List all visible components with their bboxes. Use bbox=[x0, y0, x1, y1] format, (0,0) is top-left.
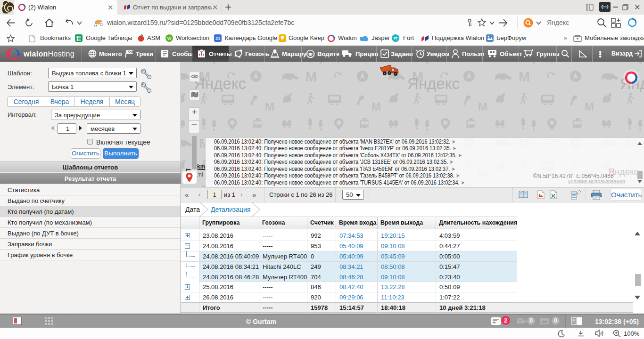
svg-text:21: 21 bbox=[215, 36, 220, 41]
svg-text:Яндекс: Яндекс bbox=[194, 75, 246, 92]
svg-text:FT: FT bbox=[394, 37, 398, 40]
svg-text:Яндекс: Яндекс bbox=[407, 75, 460, 92]
svg-text:w: w bbox=[167, 35, 171, 41]
